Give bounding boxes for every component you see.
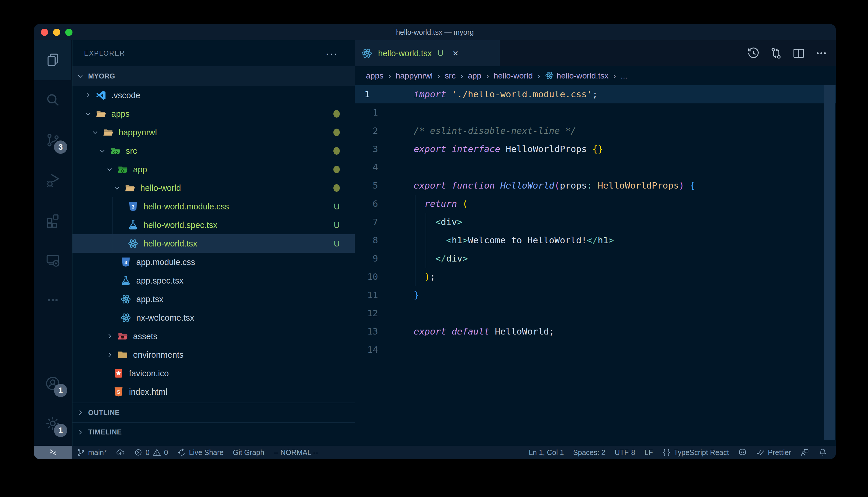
file-label: hello-world [140, 183, 181, 193]
react-icon [121, 313, 131, 323]
code-line: 6 return ( [355, 195, 836, 213]
code-text: <h1>Welcome to HelloWorld!</h1> [414, 231, 614, 250]
badge: 3 [54, 141, 67, 154]
cloud-upload-icon [116, 448, 125, 457]
tree-item-hello-world-module-css[interactable]: 3hello-world.module.cssU [72, 197, 355, 216]
activity-bar-item-settings[interactable]: 1 [34, 403, 71, 443]
breadcrumb-item--[interactable]: ... [621, 71, 628, 81]
open-changes-button[interactable] [770, 47, 783, 60]
code-line: 2/* eslint-disable-next-line */ [355, 122, 836, 140]
tree-item-apps[interactable]: apps [72, 104, 355, 123]
breadcrumb-item-hello-world[interactable]: hello-world [493, 71, 533, 81]
svg-text:3: 3 [124, 260, 127, 265]
status-encoding[interactable]: UTF-8 [610, 446, 640, 459]
activity-bar-item-more-views[interactable] [34, 280, 71, 320]
git-status-badge: U [438, 49, 443, 58]
code-text: export default HelloWorld; [414, 322, 554, 341]
branch-icon [77, 448, 85, 457]
activity-bar-item-source-control[interactable]: 3 [34, 120, 71, 160]
changes-icon [770, 56, 783, 60]
status-eol[interactable]: LF [640, 446, 658, 459]
status-indentation[interactable]: Spaces: 2 [568, 446, 610, 459]
code-line: 11} [355, 286, 836, 304]
open-timeline-button[interactable] [747, 47, 760, 60]
status-feedback[interactable] [796, 446, 814, 459]
tree-item-nx-welcome-tsx[interactable]: nx-welcome.tsx [72, 309, 355, 327]
outline-section-header[interactable]: OUTLINE [72, 402, 355, 422]
file-label: hello-world.tsx [143, 239, 197, 248]
tree-item-hello-world-tsx[interactable]: hello-world.tsxU [72, 234, 355, 253]
code-editor[interactable]: 1import './hello-world.module.css';12/* … [355, 85, 836, 446]
activity-bar-item-extensions[interactable] [34, 200, 71, 240]
tree-item-hello-world[interactable]: hello-world [72, 179, 355, 197]
status-problems[interactable]: 00 [129, 446, 173, 459]
tree-item-happynrwl[interactable]: happynrwl [72, 123, 355, 142]
chevron-down-icon [84, 110, 92, 117]
file-label: happynrwl [119, 128, 157, 137]
tree-item-src[interactable]: src [72, 142, 355, 160]
badge: 1 [54, 424, 67, 437]
status-vim-mode[interactable]: -- NORMAL -- [269, 446, 323, 459]
tab-hello-world-tsx[interactable]: hello-world.tsx U × [355, 40, 500, 66]
split-editor-button[interactable] [792, 47, 805, 60]
activity-bar-item-search[interactable] [34, 80, 71, 120]
status-remote-indicator[interactable] [34, 446, 72, 459]
activity-bar-item-explorer[interactable] [34, 40, 71, 80]
activity-bar: 3 11 [34, 40, 72, 446]
tree-item-app-tsx[interactable]: app.tsx [72, 290, 355, 309]
status-cursor-position[interactable]: Ln 1, Col 1 [524, 446, 568, 459]
file-label: app [133, 165, 147, 174]
status-label: Spaces: 2 [573, 448, 605, 457]
activity-bar-item-remote-explorer[interactable] [34, 240, 71, 280]
status-label: -- NORMAL -- [274, 448, 318, 457]
close-tab-button[interactable]: × [453, 48, 458, 59]
file-label: .vscode [111, 91, 140, 100]
chevron-right-icon [106, 332, 113, 340]
tree-item-assets[interactable]: assets [72, 327, 355, 345]
activity-bar-item-run-debug[interactable] [34, 160, 71, 200]
status-live-share[interactable]: Live Share [173, 446, 229, 459]
views-and-more-actions-button[interactable]: ··· [326, 51, 338, 56]
tree-item-app-spec-tsx[interactable]: app.spec.tsx [72, 271, 355, 290]
git-status-badge: U [334, 202, 340, 211]
tree-item-hello-world-spec-tsx[interactable]: hello-world.spec.tsxU [72, 216, 355, 234]
activity-bar-item-accounts[interactable]: 1 [34, 364, 71, 403]
line-number: 12 [355, 304, 378, 322]
status-copilot[interactable] [733, 446, 752, 459]
svg-text:3: 3 [132, 204, 134, 210]
line-number: 1 [355, 103, 378, 122]
vertical-scrollbar[interactable] [824, 85, 835, 440]
code-text: return ( [414, 195, 468, 213]
status-git-graph[interactable]: Git Graph [228, 446, 269, 459]
window-title: hello-world.tsx — myorg [34, 24, 836, 40]
tree-item-environments[interactable]: environments [72, 345, 355, 364]
tree-item-index-html[interactable]: 5index.html [72, 383, 355, 401]
code-text: /* eslint-disable-next-line */ [414, 122, 576, 140]
status-prettier[interactable]: Prettier [752, 446, 796, 459]
more-icon [45, 293, 60, 308]
breadcrumb-item-happynrwl[interactable]: happynrwl [396, 71, 433, 81]
breadcrumb-separator: › [613, 71, 616, 81]
breadcrumb-item-hello-world-tsx[interactable]: hello-world.tsx [545, 71, 608, 81]
timeline-section-header[interactable]: TIMELINE [72, 422, 355, 441]
workspace-section-header[interactable]: MYORG [72, 66, 355, 86]
tree-item-app[interactable]: app [72, 160, 355, 179]
line-number: 7 [355, 213, 378, 231]
status-git-branch[interactable]: main* [72, 446, 111, 459]
breadcrumb-item-apps[interactable]: apps [366, 71, 384, 81]
copilot-icon [738, 448, 747, 457]
react-icon [121, 294, 131, 304]
breadcrumb-item-src[interactable]: src [445, 71, 455, 81]
code-text: } [414, 286, 419, 304]
folder-open-icon [103, 127, 113, 138]
breadcrumb-item-app[interactable]: app [468, 71, 482, 81]
status-language-mode[interactable]: TypeScript React [658, 446, 733, 459]
tree-item--vscode[interactable]: .vscode [72, 86, 355, 104]
status-notifications[interactable] [814, 446, 832, 459]
code-line: 8 <h1>Welcome to HelloWorld!</h1> [355, 231, 836, 250]
tree-item-favicon-ico[interactable]: favicon.ico [72, 364, 355, 383]
tree-item-app-module-css[interactable]: 3app.module.css [72, 253, 355, 271]
remote-glyph-icon [49, 448, 57, 457]
more-actions-button[interactable] [815, 47, 828, 60]
status-publish-changes[interactable] [111, 446, 129, 459]
